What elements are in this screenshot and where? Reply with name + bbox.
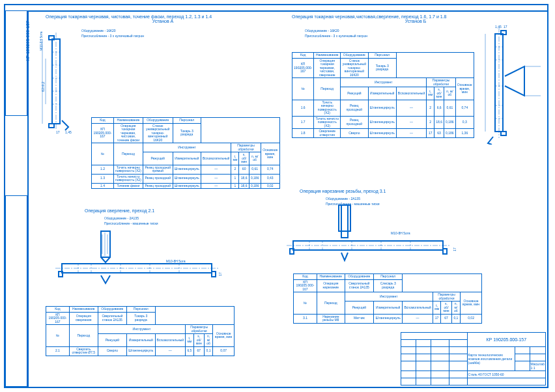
td: Сверление отверстия [314, 129, 341, 138]
td: 17 [433, 314, 441, 323]
td: 0,74 [455, 100, 474, 116]
svg-rect-34 [59, 272, 63, 277]
op2-drawing [479, 27, 550, 145]
td: Сверлить отверстие Ø7,5 [69, 346, 98, 356]
td: — [201, 174, 231, 183]
td: Токарь 3 разряда [173, 123, 201, 143]
th: Инструмент [345, 292, 433, 301]
td: 60 [239, 165, 249, 174]
th-equip: Оборудование [143, 118, 173, 124]
op2-equip: Оборудование - 16К20 [305, 29, 339, 33]
th: Вспомогательный [201, 152, 231, 165]
th: Параметры обработки [427, 78, 455, 87]
svg-rect-18 [501, 31, 506, 35]
table-row: 1.6Точить начерно поверхность (Х2)Резец … [292, 100, 474, 116]
td: Операция токарная черновая, чистовая, то… [113, 123, 143, 143]
th: t, мм [231, 152, 239, 165]
op2-fixture: Приспособление - 3 х кулачковый патрон [305, 34, 367, 38]
op1-dim-d1: M10-8H 5отв [39, 31, 43, 51]
svg-rect-45 [290, 249, 294, 254]
side-box-bottom [5, 195, 27, 387]
svg-rect-37 [341, 205, 348, 238]
td: Сверло [98, 346, 126, 356]
th: t, мм [427, 87, 434, 100]
th: № [92, 143, 114, 165]
th: s, об/мин [193, 334, 204, 347]
td: 2 [427, 100, 434, 116]
op3-section: Операция сверление, преход 2.1 Оборудова… [85, 208, 254, 213]
td: 0,186 [249, 174, 261, 183]
td: — [396, 116, 426, 129]
th: Режущий [345, 301, 373, 315]
td: 1.8 [292, 129, 314, 138]
th: Инструмент [143, 143, 231, 152]
op2-dim-d2: 17 [504, 25, 507, 29]
th: Вспомогательный [155, 334, 185, 347]
th: Измерительный [368, 87, 396, 100]
th: Персонал [374, 274, 403, 280]
td: 1,36 [455, 129, 474, 138]
th-code: Код [92, 118, 114, 124]
op4-drawing [287, 202, 456, 273]
td: Точить начисто поверхность (Х2) [113, 174, 143, 183]
td: 0,02 [261, 183, 279, 189]
td: 0,1 [204, 346, 213, 356]
td: Штангенциркуль [173, 183, 201, 189]
th: Инструмент [341, 78, 427, 87]
th: Наименование [317, 274, 345, 280]
th: Режущий [341, 87, 368, 100]
th: s, об/мин [239, 152, 249, 165]
th: Измерительный [173, 152, 201, 165]
td: 1.2 [92, 165, 114, 174]
op1-dim-d7: 1,45 [65, 130, 72, 134]
td: — [403, 314, 433, 323]
op3-drawing [55, 225, 225, 296]
td: Штангенциркуль [126, 346, 155, 356]
th: Основное время, мин [213, 325, 235, 347]
svg-rect-19 [501, 132, 506, 135]
td: 2 [231, 165, 239, 174]
td: 6,6 [434, 100, 444, 116]
op2-table: КодНаименованиеОборудованиеПерсонал КП 1… [292, 52, 474, 138]
td: — [201, 165, 231, 174]
td: Резец проходной [143, 183, 173, 189]
table-row: 2.1Сверлить отверстие Ø7,5СверлоШтангенц… [46, 346, 235, 356]
th-pers: Персонал [173, 118, 201, 124]
td: Точить начерно поверхность (Х2) [113, 165, 143, 174]
td: 0,74 [261, 165, 279, 174]
th: Персонал [368, 53, 396, 59]
th: n, м/об [249, 152, 261, 165]
th: Оборудование [345, 274, 373, 280]
op3-title: Операция сверление, преход 2.1 [85, 208, 254, 213]
op1-dim-d6: 17 [56, 130, 60, 134]
th: Параметры обработки [186, 325, 213, 334]
td: Точить начерно поверхность (Х2) [314, 100, 341, 116]
svg-rect-8 [49, 124, 54, 128]
td: 1.4 [92, 183, 114, 189]
td: Токарь 3 разряда [126, 312, 155, 325]
td: Операция сверления [69, 312, 98, 325]
td: 18,6 [434, 116, 444, 129]
td: 0,61 [249, 165, 261, 174]
td: Операция нарезание [317, 279, 345, 292]
td: 1 [231, 174, 239, 183]
op2-dim-d1: 1,45 [495, 25, 502, 29]
td: 0,61 [444, 100, 456, 116]
td: Станок универсальный токарно-винторезный… [143, 123, 173, 143]
table-row: 1.8Сверление отверстияСверлоШтангенцирку… [292, 129, 474, 138]
op3-equip: Оборудование - 2А135 [104, 216, 139, 220]
th: Основное время, мин [461, 292, 482, 315]
td: Штангенциркуль [368, 116, 396, 129]
td: Точение фаски [113, 183, 143, 189]
th: s, об/мин [441, 301, 451, 315]
td: Точить начисто поверхность (Х2) [314, 116, 341, 129]
td: Операция токарная черновая, чистовая, св… [314, 58, 341, 78]
td: 0,07 [213, 346, 235, 356]
td: 63 [434, 129, 444, 138]
th: t, мм [433, 301, 441, 315]
td: 2 [427, 116, 434, 129]
td: 6,5 [186, 346, 194, 356]
td: 0,186 [444, 116, 456, 129]
td: КП 190205.000-167 [92, 123, 114, 143]
drawing-sheet: КР 190205.000-157 Операция токарная черн… [0, 0, 555, 392]
